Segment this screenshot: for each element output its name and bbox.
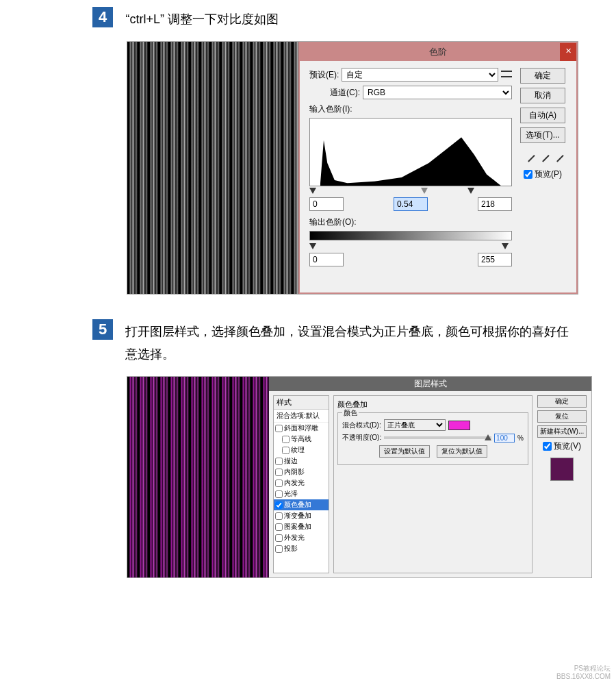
- levels-body: 预设(E): 自定 通道(C): RGB 输入色阶(I):: [300, 61, 576, 269]
- ls-preview-checkbox[interactable]: [543, 442, 552, 451]
- ok-button[interactable]: 确定: [520, 68, 565, 84]
- auto-button[interactable]: 自动(A): [520, 108, 565, 123]
- ls-preview-label: 预览(V): [554, 440, 581, 452]
- histogram: [309, 118, 512, 186]
- levels-dialog: 色阶 ✕ 预设(E): 自定 通道(C): RGB 输入色阶(I):: [298, 42, 578, 294]
- white-eyedropper-icon[interactable]: [551, 150, 563, 162]
- ls-newstyle-button[interactable]: 新建样式(W)...: [537, 425, 587, 438]
- preset-menu-icon[interactable]: [501, 71, 512, 79]
- output-slider-track[interactable]: [309, 243, 512, 250]
- layerstyle-dialog: 图层样式 样式 混合选项:默认 斜面和浮雕 等高线 纹理 描边 内阴影 内发光 …: [269, 377, 591, 577]
- reset-default-button[interactable]: 复位为默认值: [437, 445, 487, 458]
- preset-row: 预设(E): 自定: [309, 68, 512, 82]
- channel-label: 通道(C):: [330, 87, 360, 99]
- preview-checkbox[interactable]: [524, 170, 532, 179]
- style-list: 样式 混合选项:默认 斜面和浮雕 等高线 纹理 描边 内阴影 内发光 光泽 颜色…: [273, 395, 329, 573]
- gray-eyedropper-icon[interactable]: [537, 150, 549, 162]
- style-item-bevel[interactable]: 斜面和浮雕: [274, 423, 329, 434]
- style-item-innerglow[interactable]: 内发光: [274, 477, 329, 488]
- step-5-screenshot: 图层样式 样式 混合选项:默认 斜面和浮雕 等高线 纹理 描边 内阴影 内发光 …: [127, 376, 592, 578]
- preset-label: 预设(E):: [309, 69, 339, 81]
- preview-checkbox-row[interactable]: 预览(P): [524, 169, 562, 180]
- color-fieldset: 颜色 混合模式(D): 正片叠底 不透明度(O): %: [337, 412, 528, 465]
- step-4-instruction: “ctrl+L” 调整一下对比度如图: [125, 8, 279, 30]
- black-eyedropper-icon[interactable]: [522, 150, 535, 162]
- layerstyle-buttons: 确定 复位 新建样式(W)... 预览(V): [537, 395, 587, 573]
- color-legend: 颜色: [342, 408, 359, 418]
- style-list-header: 样式: [274, 396, 329, 410]
- style-preview-swatch: [550, 458, 574, 481]
- levels-controls: 预设(E): 自定 通道(C): RGB 输入色阶(I):: [309, 68, 512, 266]
- image-preview-magenta: [127, 377, 269, 577]
- levels-title-text: 色阶: [429, 47, 447, 57]
- step-4-number: 4: [92, 7, 113, 27]
- opacity-pct: %: [517, 434, 524, 442]
- opacity-input[interactable]: [494, 434, 515, 443]
- style-item-dropshadow[interactable]: 投影: [274, 543, 329, 554]
- levels-titlebar: 色阶 ✕: [300, 43, 576, 61]
- overlay-color-swatch[interactable]: [448, 421, 470, 430]
- color-overlay-panel: 颜色叠加 颜色 混合模式(D): 正片叠底 不透明度(O): %: [333, 395, 532, 573]
- style-item-innershadow[interactable]: 内阴影: [274, 466, 329, 477]
- levels-buttons: 确定 取消 自动(A) 选项(T)... 预览(P): [519, 68, 567, 266]
- step-5: 5 打开图层样式，选择颜色叠加，设置混合模式为正片叠底，颜色可根据你的喜好任意选…: [0, 312, 616, 596]
- style-item-texture[interactable]: 纹理: [274, 445, 329, 456]
- style-item-satin[interactable]: 光泽: [274, 488, 329, 499]
- input-values-row: [309, 197, 512, 211]
- input-levels-label: 输入色阶(I):: [309, 103, 512, 115]
- step-5-number: 5: [92, 319, 113, 340]
- histogram-shape: [320, 129, 502, 186]
- opacity-row: 不透明度(O): %: [342, 433, 524, 443]
- white-point-slider[interactable]: [467, 188, 474, 194]
- channel-select[interactable]: RGB: [363, 86, 512, 99]
- layerstyle-titlebar: 图层样式: [269, 377, 591, 391]
- gamma-slider[interactable]: [421, 188, 428, 194]
- vertical-stripes-magenta: [127, 377, 269, 577]
- out-black-input[interactable]: [309, 253, 344, 266]
- options-button[interactable]: 选项(T)...: [520, 127, 565, 143]
- blend-mode-row: 混合模式(D): 正片叠底: [342, 419, 524, 431]
- gamma-input[interactable]: [394, 197, 428, 211]
- black-point-slider[interactable]: [309, 188, 316, 194]
- white-output-slider[interactable]: [502, 243, 509, 249]
- layerstyle-title-text: 图层样式: [414, 379, 447, 388]
- blend-mode-label: 混合模式(D):: [342, 421, 381, 430]
- overlay-panel-title: 颜色叠加: [337, 399, 528, 410]
- black-input[interactable]: [309, 197, 344, 211]
- vertical-stripes-bw: [127, 42, 298, 294]
- black-output-slider[interactable]: [309, 243, 316, 249]
- channel-row: 通道(C): RGB: [330, 86, 512, 99]
- default-buttons: 设置为默认值 复位为默认值: [342, 445, 524, 458]
- style-item-gradientoverlay[interactable]: 渐变叠加: [274, 510, 329, 521]
- ls-ok-button[interactable]: 确定: [537, 395, 587, 408]
- white-input[interactable]: [478, 197, 512, 211]
- style-item-contour[interactable]: 等高线: [274, 434, 329, 445]
- style-item-outerglow[interactable]: 外发光: [274, 532, 329, 543]
- style-item-stroke[interactable]: 描边: [274, 456, 329, 466]
- preview-label: 预览(P): [535, 169, 562, 180]
- cancel-button[interactable]: 取消: [520, 88, 565, 103]
- opacity-label: 不透明度(O):: [342, 433, 381, 443]
- preset-select[interactable]: 自定: [342, 68, 498, 82]
- output-gradient: [309, 231, 512, 240]
- step-4: 4 “ctrl+L” 调整一下对比度如图 色阶 ✕ 预设(E): 自定 通道(C…: [0, 0, 616, 312]
- ls-preview-checkbox-row[interactable]: 预览(V): [543, 440, 581, 452]
- blend-options-default[interactable]: 混合选项:默认: [274, 410, 329, 423]
- output-values-row: [309, 253, 512, 266]
- output-levels-label: 输出色阶(O):: [309, 216, 512, 228]
- out-white-input[interactable]: [478, 253, 512, 266]
- eyedropper-tools: [524, 151, 562, 160]
- input-slider-track[interactable]: [309, 188, 512, 195]
- style-item-patternoverlay[interactable]: 图案叠加: [274, 521, 329, 532]
- close-icon[interactable]: ✕: [560, 43, 576, 61]
- image-preview-bw: [127, 42, 298, 294]
- style-item-coloroverlay[interactable]: 颜色叠加: [274, 499, 329, 510]
- step-5-instruction: 打开图层样式，选择颜色叠加，设置混合模式为正片叠底，颜色可根据你的喜好任意选择。: [125, 321, 577, 365]
- opacity-slider[interactable]: [384, 436, 491, 439]
- layerstyle-body: 样式 混合选项:默认 斜面和浮雕 等高线 纹理 描边 内阴影 内发光 光泽 颜色…: [269, 391, 591, 577]
- blend-mode-select[interactable]: 正片叠底: [384, 419, 446, 431]
- step-4-screenshot: 色阶 ✕ 预设(E): 自定 通道(C): RGB 输入色阶(I):: [127, 41, 578, 295]
- set-default-button[interactable]: 设置为默认值: [379, 445, 430, 458]
- ls-cancel-button[interactable]: 复位: [537, 410, 587, 423]
